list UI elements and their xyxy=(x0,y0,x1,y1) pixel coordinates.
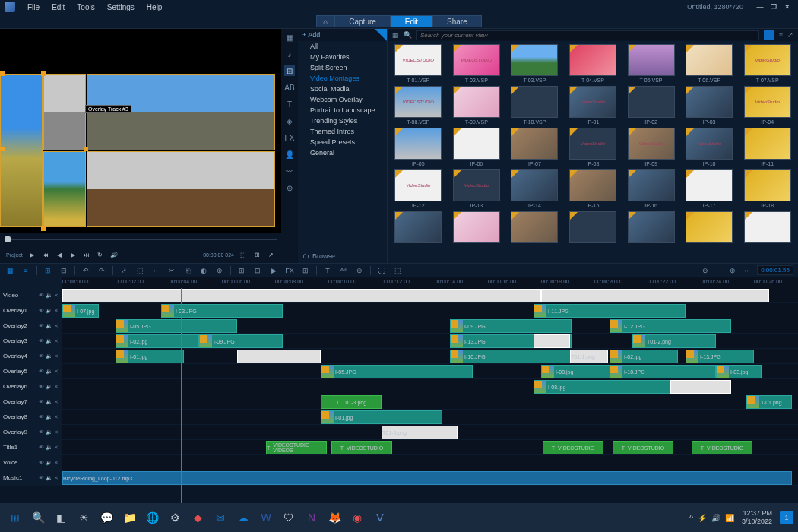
app2-icon[interactable]: ◉ xyxy=(347,507,368,528)
playback-btn-4[interactable]: ⏭ xyxy=(82,250,91,259)
tl-tool-3[interactable]: ⊞ xyxy=(43,265,53,276)
track-lane[interactable]: I-07.jpgI-03.JPGI-11.JPG xyxy=(62,303,798,318)
preview-canvas[interactable]: Overlay Track #3 xyxy=(0,29,281,233)
template-item[interactable] xyxy=(623,211,679,245)
tl-tool-4[interactable]: ⊟ xyxy=(59,265,69,276)
search-input[interactable] xyxy=(416,30,759,40)
sort-icon[interactable]: ≡ xyxy=(779,31,783,39)
template-item[interactable]: VIDEOSTUDIOT-02.VSP xyxy=(449,44,505,83)
track-lane[interactable]: I-02.jpgI-09.JPGI-13.JPGT01-2.png xyxy=(62,334,798,348)
clip[interactable]: I-03.JPG xyxy=(161,304,283,318)
category-trending-styles[interactable]: Trending Styles xyxy=(298,116,387,126)
zoom-btn-1[interactable]: ——— xyxy=(714,265,724,276)
clip[interactable] xyxy=(670,380,731,394)
word-icon[interactable]: W xyxy=(255,507,277,528)
view-toggle-button[interactable] xyxy=(764,30,774,40)
playback-btn-0[interactable]: ▶ xyxy=(27,250,36,259)
template-item[interactable]: IP-05 xyxy=(391,128,446,166)
clip[interactable]: I-09.JPG xyxy=(199,334,283,348)
clip[interactable]: BicycleRiding_Loop-012.mp3 xyxy=(62,471,792,485)
settings-icon[interactable]: ⚙ xyxy=(164,507,185,528)
zoom-btn-3[interactable]: ↔ xyxy=(741,265,752,276)
template-icon[interactable]: ⊞ xyxy=(284,65,295,76)
category-speed-presets[interactable]: Speed Presets xyxy=(298,137,387,147)
onedrive-icon[interactable]: ☁ xyxy=(233,507,254,528)
clip[interactable] xyxy=(541,289,769,302)
template-item[interactable]: VideoStudioIP-09 xyxy=(623,128,679,166)
tl-tool-24[interactable]: ᴬᴮ xyxy=(338,265,349,276)
template-item[interactable]: VideoStudioIP-01 xyxy=(565,86,621,125)
template-item[interactable]: IP-11 xyxy=(739,128,795,166)
weather-icon[interactable]: ☀ xyxy=(73,507,94,528)
track-head[interactable]: Overlay4👁 🔉 ✕ xyxy=(0,349,62,363)
template-item[interactable]: VideoStudioIP-04 xyxy=(739,86,795,125)
tl-tool-10[interactable]: ⬚ xyxy=(135,265,145,276)
category-portrait-to-landscape[interactable]: Portrait to Landscape xyxy=(298,105,387,116)
videostudio-icon[interactable]: V xyxy=(369,507,391,528)
add-category-button[interactable]: + Add xyxy=(298,29,387,41)
template-item[interactable]: VideoStudioIP-13 xyxy=(449,169,505,208)
app1-icon[interactable]: ◆ xyxy=(187,507,208,528)
track-head[interactable]: Video👁 🔉 ✕ xyxy=(0,288,62,302)
clip[interactable]: TVIDEOSTUDIO xyxy=(543,441,603,454)
clip[interactable]: I-12.JPG xyxy=(610,319,731,333)
mode-label[interactable]: Project xyxy=(6,252,23,258)
clip[interactable]: T01-1.png xyxy=(570,350,608,363)
clip[interactable]: TT01-3.png xyxy=(321,395,382,409)
track-head[interactable]: Title1👁 🔉 ✕ xyxy=(0,440,62,454)
track-lane[interactable]: T01-4.png xyxy=(62,425,798,439)
tl-tool-12[interactable]: ✂ xyxy=(166,265,177,276)
tray-icon-2[interactable]: 🔊 xyxy=(711,514,720,522)
tray-icon-3[interactable]: 📶 xyxy=(725,514,734,522)
template-item[interactable]: VIDEOSTUDIOT-08.VSP xyxy=(391,86,446,125)
tray-icon-0[interactable]: ^ xyxy=(689,514,693,522)
tl-tool-27[interactable]: ⛶ xyxy=(376,265,387,276)
playback-btn-5[interactable]: ↻ xyxy=(96,250,105,259)
zoom-btn-2[interactable]: ⊕ xyxy=(727,265,738,276)
track-lane[interactable]: TT01-3.pngT-01.png xyxy=(62,394,798,409)
category-video-montages[interactable]: Video Montages xyxy=(298,73,387,84)
tl-tool-15[interactable]: ⊕ xyxy=(214,265,225,276)
onenote-icon[interactable]: N xyxy=(301,507,322,528)
template-item[interactable] xyxy=(507,211,562,245)
gallery-icon[interactable]: ▦ xyxy=(392,31,399,39)
track-head[interactable]: Music1👁 🔉 ✕ xyxy=(0,470,62,485)
tab-capture[interactable]: Capture xyxy=(334,15,391,27)
template-item[interactable]: IP-16 xyxy=(623,169,679,208)
search-icon[interactable]: 🔍 xyxy=(27,507,49,528)
explorer-icon[interactable]: 📁 xyxy=(119,507,140,528)
tl-tool-28[interactable]: ⬚ xyxy=(392,265,403,276)
tl-tool-25[interactable]: ⊕ xyxy=(354,265,365,276)
tl-tool-17[interactable]: ⊞ xyxy=(236,265,247,276)
close-button[interactable]: ✕ xyxy=(781,2,793,11)
track-lane[interactable]: I-01.jpg xyxy=(62,410,798,424)
clip[interactable] xyxy=(62,289,541,302)
tab-share[interactable]: Share xyxy=(432,15,482,27)
notification-badge[interactable]: 1 xyxy=(780,511,793,524)
template-item[interactable] xyxy=(449,211,505,245)
track-lane[interactable]: I-01.jpgI-10.JPGT01-1.pngI-02.jpgI-13.JP… xyxy=(62,349,798,363)
template-item[interactable]: T-05.VSP xyxy=(623,44,679,83)
template-item[interactable]: IP-07 xyxy=(507,128,562,166)
template-item[interactable] xyxy=(391,211,446,245)
track-head[interactable]: Overlay8👁 🔉 ✕ xyxy=(0,410,62,424)
menu-help[interactable]: Help xyxy=(141,3,169,11)
category-social-media[interactable]: Social Media xyxy=(298,84,387,94)
template-item[interactable]: IP-14 xyxy=(507,169,562,208)
clip[interactable]: TVIDEOSTUDIO xyxy=(613,441,673,454)
tl-tool-9[interactable]: ⤢ xyxy=(119,265,129,276)
clip[interactable]: I-10.JPG xyxy=(450,350,572,363)
template-item[interactable]: T-04.VSP xyxy=(565,44,621,83)
playback-btn-6[interactable]: 🔊 xyxy=(109,250,119,259)
clip[interactable]: I-08.jpg xyxy=(534,380,686,394)
template-item[interactable]: IP-15 xyxy=(565,169,621,208)
track-head[interactable]: Overlay9👁 🔉 ✕ xyxy=(0,425,62,439)
template-item[interactable]: IP-03 xyxy=(682,86,737,125)
clip[interactable]: I-01.jpg xyxy=(116,350,184,363)
clip[interactable]: I-02.jpg xyxy=(116,334,199,348)
template-item[interactable]: VIDEOSTUDIOT-01.VSP xyxy=(391,44,446,83)
path-icon[interactable]: 〰 xyxy=(284,166,295,176)
preview-right-btn-1[interactable]: ⊞ xyxy=(252,250,261,259)
clip[interactable]: TVIDEOSTUDIO xyxy=(692,441,752,454)
template-item[interactable]: T-09.VSP xyxy=(449,86,505,125)
